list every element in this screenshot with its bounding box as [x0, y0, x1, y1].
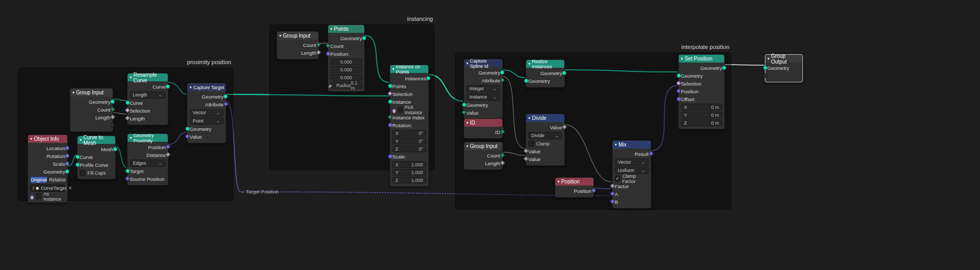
- node-set-position[interactable]: ▾ Set Position Geometry Geometry Selecti…: [678, 54, 725, 129]
- node-title: Group Input: [283, 33, 311, 39]
- socket-label: Geometry: [466, 102, 488, 108]
- node-realize-instances[interactable]: ▾ Realize Instances Geometry Geometry: [526, 59, 565, 88]
- node-mix[interactable]: ▾ Mix Result Vector Uniform Clamp Factor…: [612, 140, 651, 208]
- reroute-label: Target Position: [246, 189, 279, 194]
- socket-label: Geometry: [681, 73, 703, 79]
- node-header[interactable]: ▾ Instance on Points: [390, 65, 428, 73]
- chevron-down-icon: ▾: [528, 62, 530, 66]
- numfield-sz[interactable]: Z1.000: [392, 177, 426, 183]
- checkbox-label: As Instance: [43, 191, 65, 202]
- checkbox-label: Clamp Factor: [622, 174, 649, 184]
- checkbox-pick-instance[interactable]: [398, 107, 403, 113]
- socket-label: Geometry: [190, 126, 212, 132]
- node-header[interactable]: ▾ Divide: [526, 114, 564, 122]
- node-header[interactable]: ▾ Group Input: [464, 142, 502, 150]
- socket-label: Geometry: [700, 65, 722, 71]
- node-title: Realize Instances: [532, 59, 562, 69]
- node-group-input-1[interactable]: ▾ Group Input Geometry Count Length: [70, 88, 113, 132]
- node-divide[interactable]: ▾ Divide Value Divide Clamp Value Value: [526, 114, 565, 166]
- chevron-down-icon: ▾: [72, 90, 75, 95]
- node-header[interactable]: ▾ Capture Target Position: [188, 83, 226, 91]
- socket-label: Instance: [392, 99, 411, 105]
- numfield-sy[interactable]: Y1.000: [392, 169, 426, 176]
- node-header[interactable]: ▾ Points: [328, 25, 364, 33]
- node-resample-curve[interactable]: ▾ Resample Curve Curve Length Curve Sele…: [127, 73, 168, 125]
- dropdown-mode[interactable]: Edges: [130, 159, 166, 167]
- checkbox-as-instance[interactable]: [36, 193, 41, 199]
- socket-label: Position: [681, 89, 699, 94]
- node-title: Group Output: [771, 53, 800, 65]
- socket-label: Scale: [53, 161, 65, 167]
- node-instance-on-points[interactable]: ▾ Instance on Points Instances Points Se…: [390, 65, 429, 187]
- checkbox-fill-caps[interactable]: [80, 170, 85, 176]
- numfield-rz[interactable]: Z0°: [392, 145, 426, 152]
- node-position[interactable]: ▾ Position Position: [555, 177, 594, 198]
- dropdown-datatype[interactable]: Vector: [615, 158, 649, 166]
- node-points[interactable]: ▾ Points Geometry Count Position: 0.000 …: [328, 24, 365, 92]
- node-header[interactable]: ▾ Resample Curve: [128, 73, 168, 81]
- chevron-down-icon: ▾: [767, 56, 770, 61]
- node-header[interactable]: ▾ Mix: [613, 141, 651, 149]
- socket-label: B: [615, 199, 618, 205]
- node-header[interactable]: ▾ Capture Spline Id: [464, 59, 502, 67]
- node-header[interactable]: ▾ Curve to Mesh: [78, 136, 115, 144]
- dropdown-op[interactable]: Divide: [528, 132, 562, 139]
- checkbox-clamp-factor[interactable]: [615, 176, 620, 181]
- socket-label: Value: [466, 110, 479, 116]
- node-header[interactable]: ▾ Group Input: [70, 89, 113, 96]
- socket-label: Attribute: [205, 102, 224, 107]
- node-group-input-2[interactable]: ▾ Group Input Count Length: [277, 31, 319, 59]
- node-geometry-proximity[interactable]: ▾ Geometry Proximity Position Distance E…: [127, 133, 168, 186]
- node-curve-to-mesh[interactable]: ▾ Curve to Mesh Mesh Curve Profile Curve…: [77, 136, 116, 179]
- numfield-ry[interactable]: Y0°: [392, 138, 426, 144]
- chevron-down-icon: ▾: [615, 142, 617, 147]
- node-id[interactable]: ▾ ID ID: [464, 118, 503, 139]
- node-header[interactable]: ▾ Object Info: [28, 135, 67, 143]
- socket-label: Curve: [80, 154, 93, 160]
- checkbox-clamp[interactable]: [528, 141, 534, 146]
- node-header[interactable]: ▾ Group Input: [277, 32, 318, 40]
- reroute-node[interactable]: [241, 190, 244, 194]
- socket-label: Geometry: [43, 169, 65, 175]
- dropdown-mode[interactable]: Length: [130, 91, 166, 99]
- node-title: Capture Spline Id: [470, 58, 500, 69]
- numfield-radius[interactable]: Radius0.1 m: [330, 82, 362, 89]
- numfield-x[interactable]: 0.000: [330, 58, 362, 65]
- socket-label: Curve: [130, 100, 143, 106]
- socket-label: Distance: [146, 152, 166, 158]
- numfield-oy[interactable]: Y0 m: [681, 112, 722, 118]
- node-header[interactable]: ▾ Group Output: [765, 55, 802, 63]
- dropdown-type[interactable]: Integer: [466, 85, 500, 92]
- node-header[interactable]: ▾ ID: [464, 119, 502, 127]
- numfield-sx[interactable]: X1.000: [392, 161, 426, 168]
- node-title: Resample Curve: [133, 72, 166, 83]
- node-title: Capture Target Position: [193, 85, 226, 90]
- socket-label: Geometry: [540, 70, 562, 76]
- node-capture-target-position[interactable]: ▾ Capture Target Position Geometry Attri…: [187, 83, 226, 143]
- dropdown-domain[interactable]: Instance: [466, 93, 500, 101]
- chevron-down-icon: ▾: [279, 33, 281, 38]
- socket-label: Factor: [615, 183, 629, 189]
- node-header[interactable]: ▾ Geometry Proximity: [128, 134, 168, 142]
- socket-label: Length: [485, 161, 500, 166]
- numfield-rx[interactable]: X0°: [392, 130, 426, 137]
- numfield-oz[interactable]: Z0 m: [681, 119, 722, 126]
- socket-label: Geometry: [202, 94, 224, 100]
- node-group-input-3[interactable]: ▾ Group Input Count Length: [464, 142, 503, 170]
- node-group-output[interactable]: ▾ Group Output Geometry: [765, 54, 803, 82]
- button-original[interactable]: Original: [30, 176, 47, 183]
- clear-icon[interactable]: ✕: [68, 186, 72, 191]
- node-header[interactable]: ▾ Position: [555, 178, 593, 186]
- numfield-ox[interactable]: X0 m: [681, 104, 722, 111]
- socket-label: Selection: [130, 108, 150, 114]
- node-title: Instance on Points: [396, 64, 426, 75]
- socket-label: Length: [301, 50, 316, 56]
- dropdown-type[interactable]: Vector: [190, 109, 224, 116]
- node-capture-spline-id[interactable]: ▾ Capture Spline Id Geometry Attribute I…: [464, 59, 503, 119]
- node-object-info[interactable]: ▾ Object Info Location Rotation Scale Ge…: [28, 134, 68, 203]
- node-header[interactable]: ▾ Realize Instances: [526, 60, 564, 68]
- dropdown-domain[interactable]: Point: [190, 117, 224, 125]
- numfield-y[interactable]: 0.000: [330, 66, 362, 73]
- button-relative[interactable]: Relative: [48, 176, 67, 183]
- node-header[interactable]: ▾ Set Position: [679, 55, 724, 63]
